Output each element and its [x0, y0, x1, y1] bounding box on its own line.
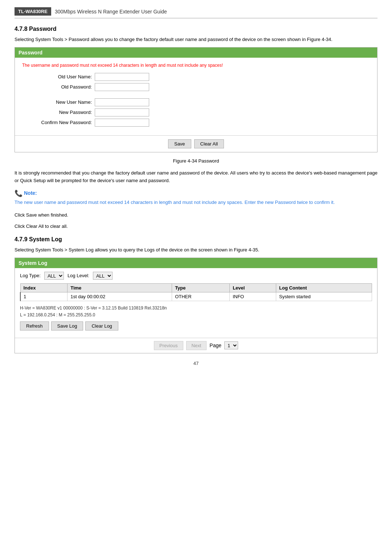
password-old-section: Old User Name: Old Password:: [22, 73, 370, 91]
new-password-label: New Password:: [22, 110, 95, 115]
note-header-text: Note:: [24, 190, 37, 196]
old-username-input[interactable]: [95, 73, 149, 81]
password-box: Password The username and password must …: [15, 47, 377, 152]
refresh-button[interactable]: Refresh: [20, 321, 49, 331]
confirm-password-input[interactable]: [95, 119, 149, 127]
header-bar: TL-WA830RE 300Mbps Wireless N Range Exte…: [15, 7, 377, 19]
confirm-password-label: Confirm New Password:: [22, 120, 95, 125]
old-username-label: Old User Name:: [22, 74, 95, 79]
clear-all-button[interactable]: Clear All: [194, 139, 224, 148]
log-button-row: Refresh Save Log Clear Log: [20, 321, 372, 331]
log-type-label: Log Type:: [20, 273, 41, 278]
note-text: The new user name and password must not …: [15, 199, 377, 206]
new-password-input[interactable]: [95, 108, 149, 116]
guide-title: 300Mbps Wireless N Range Extender User G…: [55, 9, 167, 15]
click-save-text: Click Save when finished.: [15, 212, 377, 219]
note-icon: 📞: [15, 189, 22, 197]
syslog-inner: Log Type: ALL Log Level: ALL Index Time …: [15, 268, 377, 338]
password-box-title: Password: [15, 48, 377, 58]
log-level-select[interactable]: ALL: [93, 272, 113, 280]
note-header: 📞 Note:: [15, 189, 377, 197]
section-syslog-intro: Selecting System Tools > System Log allo…: [15, 246, 377, 254]
password-new-section: New User Name: New Password: Confirm New…: [22, 98, 370, 127]
log-table: Index Time Type Level Log Content 1 1st …: [20, 283, 372, 301]
log-info-lines: H-Ver = WA830RE v1 00000000 : S-Ver = 3.…: [20, 305, 372, 319]
cell-level: INFO: [230, 292, 276, 301]
click-clear-text: Click Clear All to clear all.: [15, 223, 377, 230]
section-syslog-heading: 4.7.9 System Log: [15, 236, 377, 243]
note-section: 📞 Note: The new user name and password m…: [15, 189, 377, 206]
log-info-line1: H-Ver = WA830RE v1 00000000 : S-Ver = 3.…: [20, 305, 372, 312]
cell-index: 1: [20, 292, 68, 301]
log-info-line2: L = 192.168.0.254 : M = 255.255.255.0: [20, 312, 372, 319]
col-content: Log Content: [276, 283, 372, 292]
section-password-intro: Selecting System Tools > Password allows…: [15, 36, 377, 44]
new-username-row: New User Name:: [22, 98, 370, 106]
col-type: Type: [172, 283, 230, 292]
table-row: 1 1st day 00:00:02 OTHER INFO System sta…: [20, 292, 372, 301]
product-name: TL-WA830RE: [15, 7, 51, 16]
log-nav-row: Previous Next Page 1: [15, 338, 377, 353]
new-username-label: New User Name:: [22, 99, 95, 105]
old-username-row: Old User Name:: [22, 73, 370, 81]
password-button-row: Save Clear All: [15, 135, 377, 152]
new-password-row: New Password:: [22, 108, 370, 116]
clear-log-button[interactable]: Clear Log: [85, 321, 118, 331]
col-time: Time: [68, 283, 172, 292]
password-warning: The username and password must not excee…: [22, 63, 370, 68]
syslog-box-title: System Log: [15, 258, 377, 268]
save-log-button[interactable]: Save Log: [51, 321, 83, 331]
next-button[interactable]: Next: [186, 341, 207, 350]
page-number: 47: [15, 361, 377, 366]
old-password-input[interactable]: [95, 83, 149, 91]
section-password-heading: 4.7.8 Password: [15, 26, 377, 32]
confirm-password-row: Confirm New Password:: [22, 119, 370, 127]
syslog-box: System Log Log Type: ALL Log Level: ALL …: [15, 258, 377, 353]
log-level-label: Log Level:: [68, 273, 89, 278]
cell-time: 1st day 00:00:02: [68, 292, 172, 301]
old-password-label: Old Password:: [22, 84, 95, 90]
col-level: Level: [230, 283, 276, 292]
figure-34-caption: Figure 4-34 Password: [15, 158, 377, 164]
save-button[interactable]: Save: [168, 139, 191, 148]
password-desc1: It is strongly recommended that you chan…: [15, 169, 377, 185]
page-label: Page: [209, 342, 221, 348]
col-index: Index: [20, 283, 68, 292]
cell-type: OTHER: [172, 292, 230, 301]
password-box-inner: The username and password must not excee…: [15, 58, 377, 135]
log-controls: Log Type: ALL Log Level: ALL: [20, 272, 372, 280]
page-select[interactable]: 1: [224, 341, 238, 349]
old-password-row: Old Password:: [22, 83, 370, 91]
cell-content: System started: [276, 292, 372, 301]
previous-button[interactable]: Previous: [154, 341, 183, 350]
log-type-select[interactable]: ALL: [44, 272, 64, 280]
new-username-input[interactable]: [95, 98, 149, 106]
